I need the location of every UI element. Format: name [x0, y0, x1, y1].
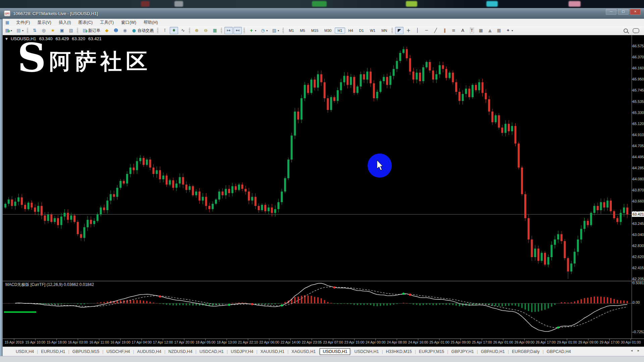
toolbar-separator	[391, 27, 393, 34]
tab-gbpaud-h1[interactable]: GBPAUD,H1	[478, 348, 508, 355]
metaeditor-button[interactable]	[103, 27, 111, 34]
horizontal-line-tool-button[interactable]	[422, 27, 431, 34]
time-axis-label: 30 Apr 01:00	[615, 340, 644, 344]
tab-gbpcad-h4[interactable]: GBPCAD,H4	[544, 348, 574, 355]
tab-xauusd-h1[interactable]: XAUUSD,H1	[257, 348, 287, 355]
cursor-tool-button[interactable]	[395, 27, 404, 34]
price-axis-label: 63.870	[633, 188, 644, 192]
signals-button[interactable]	[121, 27, 129, 34]
chart-shift-button[interactable]	[233, 27, 242, 34]
menu-window[interactable]: 窗口(W)	[117, 19, 140, 26]
timeframe-w1-button[interactable]: W1	[367, 27, 378, 34]
line-chart-button[interactable]	[179, 27, 187, 34]
navigator-button[interactable]	[40, 27, 48, 34]
tab-usdchf-h4[interactable]: USDCHF,H4	[103, 348, 133, 355]
maximize-button[interactable]	[618, 9, 629, 15]
macd-indicator-label: MACD无极版 [CurrTF] (12,26,9) 0.03662 0.018…	[5, 282, 94, 288]
menu-charts[interactable]: 图表(C)	[75, 19, 96, 26]
chat-icon[interactable]	[633, 28, 639, 33]
trendline-tool-button[interactable]	[431, 27, 440, 34]
tile-windows-button[interactable]	[211, 27, 219, 34]
menu-tools[interactable]: 工具(T)	[96, 19, 117, 26]
timeframe-m30-button[interactable]: M30	[322, 27, 334, 34]
chart-background[interactable]	[3, 35, 644, 347]
chart-window-icon: ▦	[5, 20, 9, 25]
terminal-button[interactable]	[58, 27, 66, 34]
close-button[interactable]	[630, 9, 641, 15]
tab-scroll-arrows[interactable]: ◂ ▸	[631, 349, 641, 352]
line-icon	[180, 28, 185, 33]
triangle-tool-button[interactable]	[486, 27, 494, 34]
label-icon	[469, 28, 474, 33]
fibo-grid-tool-button[interactable]	[495, 27, 503, 34]
menu-insert[interactable]: 插入(I)	[55, 19, 75, 26]
tab-usdcnh-h1[interactable]: USDCNH,H1	[352, 348, 382, 355]
price-axis-label: 62.415	[633, 266, 644, 270]
crosshair-tool-button[interactable]	[404, 27, 413, 35]
window-controls	[606, 9, 641, 15]
tab-h33hkd-m15[interactable]: H33HKD,M15	[383, 348, 415, 355]
market-watch-button[interactable]	[31, 27, 39, 34]
menu-help[interactable]: 帮助(H)	[140, 19, 161, 26]
candlestick-chart-button[interactable]	[170, 27, 178, 34]
channel-tool-button[interactable]	[440, 27, 449, 34]
fibonacci-tool-button[interactable]	[449, 27, 458, 34]
autoscroll-icon	[226, 28, 231, 33]
timeframe-m5-button[interactable]: M5	[297, 27, 308, 34]
tab-eurjpy-m15[interactable]: EURJPY,M15	[416, 348, 447, 355]
watermark-logo: S	[17, 42, 46, 73]
menu-view[interactable]: 显示(V)	[34, 19, 55, 26]
arrows-tool-button[interactable]: ▾	[504, 27, 515, 34]
tab-audusd-h4[interactable]: AUDUSD,H4	[134, 348, 164, 355]
bar-chart-button[interactable]	[161, 27, 169, 34]
price-axis-label: 64.285	[633, 166, 644, 170]
auto-scroll-button[interactable]	[224, 27, 233, 34]
timeframe-h1-button[interactable]: H1	[335, 27, 345, 34]
tab-usdjpy-h4[interactable]: USDJPY,H4	[228, 348, 256, 355]
symbol-period: USOUSD,H1	[11, 36, 36, 41]
timeframe-m1-button[interactable]: M1	[286, 27, 297, 34]
templates-button[interactable]: ▾	[270, 27, 281, 34]
tab-usdx-h4[interactable]: USDX,H4	[13, 348, 37, 355]
zoom-out-button[interactable]	[202, 27, 210, 34]
timeframe-mn-button[interactable]: MN	[379, 27, 390, 34]
toolbar-separator	[282, 27, 284, 34]
profiles-button[interactable]: ▾	[14, 27, 25, 34]
experts-button[interactable]	[112, 27, 120, 34]
tab-gbpusd-m15[interactable]: GBPUSD,M15	[69, 348, 103, 355]
autotrading-button[interactable]: 自动交易	[130, 27, 155, 35]
strategy-tester-button[interactable]	[67, 27, 75, 34]
tab-eurgbp-daily[interactable]: EURGBP,Daily	[509, 348, 542, 355]
minimize-button[interactable]	[606, 9, 616, 15]
arrows-icon	[505, 28, 511, 33]
text-tool-button[interactable]	[459, 27, 467, 34]
title-bar[interactable]: CPT 1066728: CPTMarkets-Live - [USOUSD,H…	[0, 8, 644, 19]
rectangle-tool-button[interactable]	[477, 27, 485, 34]
tab-usousd-h1[interactable]: USOUSD,H1	[320, 348, 350, 355]
vertical-line-tool-button[interactable]	[413, 27, 422, 34]
label-tool-button[interactable]	[468, 27, 476, 34]
menu-file[interactable]: 文件(F)	[12, 19, 34, 26]
data-window-button[interactable]	[49, 27, 57, 34]
timeframe-h4-button[interactable]: H4	[346, 27, 356, 34]
desktop-blob	[312, 1, 327, 7]
high-value: 63.429	[56, 36, 69, 41]
desktop-blob	[174, 1, 183, 7]
tab-gbpjpy-h1[interactable]: GBPJPY,H1	[448, 348, 477, 355]
tab-usdcad-h1[interactable]: USDCAD,H1	[197, 348, 227, 355]
search-icon[interactable]	[624, 28, 628, 33]
price-axis-label: 63.660	[633, 199, 644, 203]
tab-xagusd-h1[interactable]: XAGUSD,H1	[288, 348, 319, 355]
new-chart-button[interactable]: ▾	[3, 27, 14, 34]
indicators-button[interactable]: ▾	[247, 27, 258, 34]
new-order-button[interactable]: 新订单	[80, 27, 102, 35]
watermark: S 阿萨社区	[17, 42, 151, 76]
tab-eurusd-h1[interactable]: EURUSD,H1	[38, 348, 68, 355]
timeframe-d1-button[interactable]: D1	[357, 27, 367, 34]
periods-button[interactable]: ▾	[259, 27, 269, 34]
window-bottom-border	[0, 356, 644, 362]
tab-nzdusd-h4[interactable]: NZDUSD,H4	[165, 348, 196, 355]
chart-header[interactable]: ▼ USOUSD,H1 63.340 63.429 63.320 63.421	[5, 36, 102, 41]
zoom-in-button[interactable]	[193, 27, 201, 34]
timeframe-m15-button[interactable]: M15	[309, 27, 321, 34]
